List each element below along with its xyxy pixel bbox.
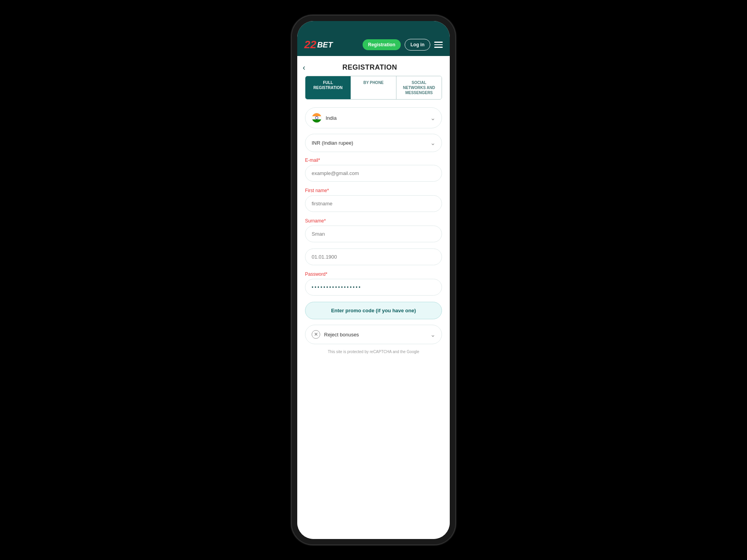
registration-button[interactable]: Registration [363,39,401,50]
page-title: REGISTRATION [309,63,430,72]
reject-bonuses-chevron: ⌄ [430,331,435,338]
logo-22: 22 [304,39,316,50]
hamburger-menu[interactable] [434,42,443,48]
hamburger-line-3 [434,47,443,48]
tab-full-registration-label: FULLREGISTRATION [314,80,343,90]
ashoka-chakra [315,116,318,119]
email-input[interactable] [305,165,442,182]
tab-by-phone[interactable]: BY PHONE [351,76,396,99]
reject-bonuses-left: ✕ Reject bonuses [312,330,359,339]
password-input[interactable] [305,279,442,296]
hamburger-line-1 [434,42,443,43]
country-select[interactable]: India ⌄ [305,107,442,128]
tab-social-networks-label: SOCIALNETWORKS ANDMESSENGERS [403,80,435,95]
country-select-left: India [312,113,337,123]
page-header: ‹ REGISTRATION [297,56,450,76]
firstname-input[interactable] [305,195,442,212]
page-content: ‹ REGISTRATION FULLREGISTRATION BY PHONE… [297,56,450,539]
reject-bonuses-icon: ✕ [312,330,320,339]
nav-actions: Registration Log in [363,39,443,51]
tab-by-phone-label: BY PHONE [363,80,384,85]
logo: 22 BET [304,39,333,50]
currency-label: INR (Indian rupee) [312,140,353,146]
back-button[interactable]: ‹ [303,63,305,72]
chevron-down-icon: ⌄ [430,114,435,122]
login-button[interactable]: Log in [405,39,430,51]
nav-header: 22 BET Registration Log in [297,35,450,56]
promo-code-button[interactable]: Enter promo code (if you have one) [305,302,442,319]
password-group: Password* [305,271,442,296]
firstname-label: First name* [305,188,442,193]
logo-bet: BET [317,41,333,49]
reject-bonuses-toggle[interactable]: ✕ Reject bonuses ⌄ [305,325,442,344]
email-group: E-mail* [305,158,442,182]
reject-bonuses-label: Reject bonuses [324,332,359,338]
surname-group: Surname* [305,218,442,242]
chevron-down-icon: ⌄ [430,139,435,147]
firstname-group: First name* [305,188,442,212]
recaptcha-notice: This site is protected by reCAPTCHA and … [305,350,442,354]
flag-top [312,113,321,116]
password-label: Password* [305,271,442,277]
flag-bot [312,119,321,122]
status-bar [297,21,450,35]
flag-mid [312,116,321,119]
email-label: E-mail* [305,158,442,163]
dob-input[interactable] [305,248,442,265]
registration-tabs: FULLREGISTRATION BY PHONE SOCIALNETWORKS… [305,76,442,100]
currency-select[interactable]: INR (Indian rupee) ⌄ [305,134,442,152]
registration-form: India ⌄ INR (Indian rupee) ⌄ [297,107,450,354]
surname-input[interactable] [305,226,442,242]
tab-social-networks[interactable]: SOCIALNETWORKS ANDMESSENGERS [396,76,442,99]
dob-group [305,248,442,265]
hamburger-line-2 [434,44,443,46]
india-flag [312,113,322,123]
country-label: India [326,115,337,121]
currency-select-left: INR (Indian rupee) [312,140,353,146]
tab-full-registration[interactable]: FULLREGISTRATION [305,76,351,99]
surname-label: Surname* [305,218,442,224]
